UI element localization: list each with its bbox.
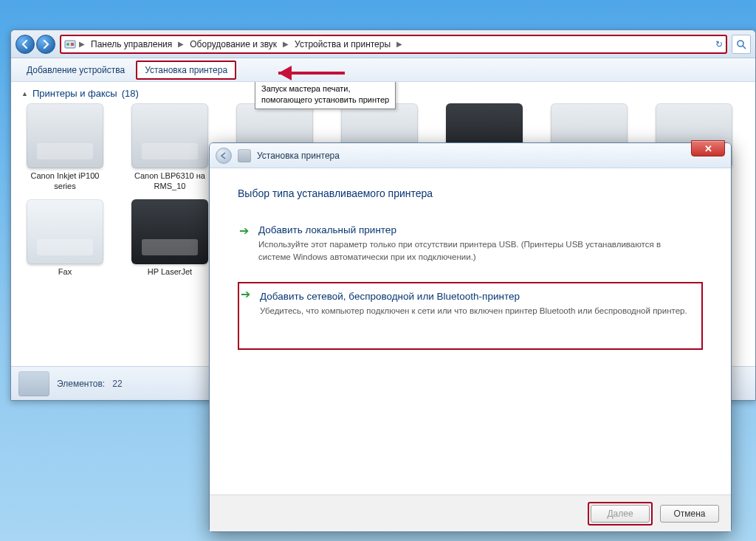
svg-point-1 — [66, 43, 69, 46]
group-title: Принтеры и факсы — [32, 88, 117, 99]
option-title: Добавить сетевой, беспроводной или Bluet… — [260, 291, 698, 302]
status-value: 22 — [112, 379, 122, 389]
wizard-title: Установка принтера — [257, 151, 340, 161]
breadcrumb-item[interactable]: Оборудование и звук — [187, 38, 280, 51]
nav-buttons — [16, 35, 55, 54]
wizard-heading: Выбор типа устанавливаемого принтера — [238, 187, 703, 199]
wizard-titlebar: Установка принтера ✕ — [210, 143, 731, 168]
fax-icon — [27, 199, 103, 264]
tooltip-line: помогающего установить принтер — [261, 94, 389, 106]
explorer-header: ▶ Панель управления ▶ Оборудование и зву… — [11, 30, 755, 58]
option-description: Используйте этот параметр только при отс… — [258, 238, 687, 263]
breadcrumb-item[interactable]: Панель управления — [88, 38, 175, 51]
chevron-right-icon: ▶ — [79, 40, 85, 48]
wizard-body: Выбор типа устанавливаемого принтера ➔ Д… — [210, 168, 731, 350]
tooltip-line: Запуск мастера печати, — [261, 83, 389, 94]
option-local-printer[interactable]: ➔ Добавить локальный принтер Используйте… — [238, 220, 703, 272]
add-printer-button[interactable]: Установка принтера — [136, 61, 236, 80]
option-network-printer[interactable]: ➔ Добавить сетевой, беспроводной или Blu… — [238, 282, 703, 350]
devices-icon — [18, 371, 49, 396]
chevron-right-icon: ▶ — [283, 40, 289, 48]
printer-icon — [131, 103, 208, 168]
search-button[interactable] — [732, 35, 751, 54]
printer-label: Fax — [21, 267, 109, 288]
tooltip: Запуск мастера печати, помогающего устан… — [255, 82, 396, 109]
next-button[interactable]: Далее — [591, 505, 650, 523]
refresh-icon[interactable]: ↻ — [715, 39, 723, 49]
printer-label: Canon LBP6310 на RMS_10 — [126, 171, 213, 192]
wizard-back-button[interactable] — [216, 148, 232, 164]
nav-back-button[interactable] — [16, 35, 35, 54]
group-count: (18) — [122, 88, 139, 99]
printer-label: Canon Inkjet iP100 series — [21, 171, 109, 192]
printer-item[interactable]: Canon Inkjet iP100 series — [21, 103, 109, 192]
nav-forward-button[interactable] — [36, 35, 55, 54]
option-description: Убедитесь, что компьютер подключен к сет… — [260, 305, 688, 317]
printer-icon — [238, 149, 251, 162]
arrow-right-icon: ➔ — [239, 225, 251, 237]
annotation-highlight: Далее — [588, 502, 653, 526]
collapse-icon: ▲ — [21, 90, 28, 97]
chevron-right-icon: ▶ — [178, 40, 184, 48]
toolbar: Добавление устройства Установка принтера — [11, 58, 755, 82]
arrow-right-icon: ➔ — [241, 289, 252, 300]
svg-rect-2 — [71, 43, 74, 46]
add-device-button[interactable]: Добавление устройства — [18, 61, 133, 79]
svg-point-3 — [738, 41, 743, 46]
wizard-footer: Далее Отмена — [210, 495, 731, 531]
chevron-right-icon: ▶ — [396, 40, 402, 48]
printer-icon — [131, 199, 208, 264]
printer-item[interactable]: Canon LBP6310 на RMS_10 — [126, 103, 213, 192]
cancel-button[interactable]: Отмена — [660, 505, 719, 523]
control-panel-icon — [64, 38, 76, 50]
breadcrumb-item[interactable]: Устройства и принтеры — [292, 38, 394, 51]
printer-icon — [27, 103, 103, 168]
status-label: Элементов: — [57, 379, 105, 389]
address-bar[interactable]: ▶ Панель управления ▶ Оборудование и зву… — [60, 35, 727, 54]
add-printer-wizard: Установка принтера ✕ Выбор типа устанавл… — [209, 142, 732, 532]
close-icon: ✕ — [704, 143, 712, 154]
printer-item[interactable]: Fax — [21, 199, 109, 288]
close-button[interactable]: ✕ — [691, 140, 725, 156]
printer-item[interactable]: HP LaserJet — [126, 199, 213, 288]
svg-line-4 — [743, 46, 746, 49]
option-title: Добавить локальный принтер — [258, 224, 700, 235]
printer-label: HP LaserJet — [126, 267, 213, 288]
